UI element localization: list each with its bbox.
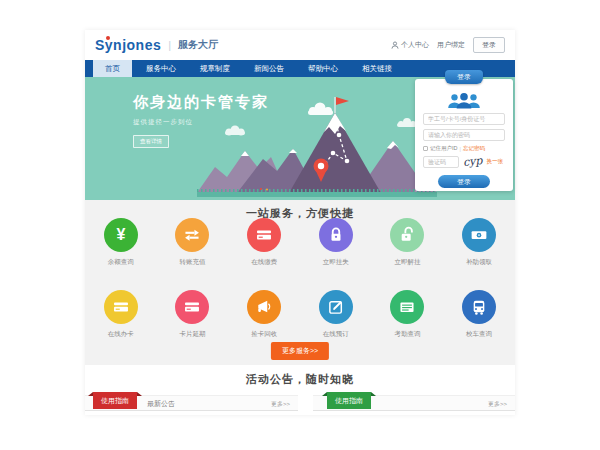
- more-services-button[interactable]: 更多服务>>: [271, 342, 329, 360]
- service-found-card-recycle[interactable]: 捡卡回收: [229, 290, 300, 339]
- service-card-extension[interactable]: 卡片延期: [157, 290, 228, 339]
- announcements-right-panel-header: 使用指南 更多>>: [313, 395, 515, 411]
- login-panel: 登录 记住用户ID | 忘记密码 cyp 换一张 登录: [415, 79, 513, 191]
- captcha-row: cyp 换一张: [423, 155, 505, 168]
- tab-usage-guide[interactable]: 使用指南: [93, 392, 137, 409]
- unlock-icon: [398, 226, 416, 244]
- site-content: Synjones | 服务大厅 个人中心 用户绑定 登录 首页 服务中心 规章制…: [85, 30, 515, 415]
- nav-item-help[interactable]: 帮助中心: [298, 60, 348, 77]
- service-school-bus-inquiry[interactable]: 校车查询: [444, 290, 515, 339]
- page: Synjones | 服务大厅 个人中心 用户绑定 登录 首页 服务中心 规章制…: [0, 0, 600, 450]
- remember-checkbox[interactable]: [423, 146, 428, 151]
- announcements-left-panel-header: 使用指南 最新公告 更多>>: [85, 395, 298, 411]
- nav-item-links[interactable]: 相关链接: [352, 60, 402, 77]
- logo[interactable]: Synjones: [95, 37, 161, 53]
- attendance-icon: [398, 298, 416, 316]
- yuan-icon: ¥: [116, 227, 125, 243]
- nav-item-home[interactable]: 首页: [93, 60, 132, 77]
- personal-center-link[interactable]: 个人中心: [391, 40, 429, 50]
- services-row-1: ¥ 余额查询 转账充值: [85, 218, 515, 267]
- services-row-2: 在线办卡 卡片延期: [85, 290, 515, 339]
- captcha-image[interactable]: cyp: [462, 154, 483, 169]
- captcha-input[interactable]: [423, 156, 459, 168]
- services-section: 一站服务，方便快捷 ¥ 余额查询 转账充值: [85, 200, 515, 365]
- nav-item-rules[interactable]: 规章制度: [190, 60, 240, 77]
- hero-title: 你身边的卡管专家: [133, 93, 269, 112]
- remember-label[interactable]: 记住用户ID: [430, 145, 458, 152]
- captcha-refresh-link[interactable]: 换一张: [486, 158, 503, 165]
- lock-icon: [327, 226, 345, 244]
- service-attendance-inquiry[interactable]: 考勤查询: [372, 290, 443, 339]
- username-input[interactable]: [423, 113, 505, 125]
- tab-usage-guide-green[interactable]: 使用指南: [327, 392, 371, 409]
- login-options-row: 记住用户ID | 忘记密码: [423, 145, 505, 152]
- service-subsidy-collection[interactable]: 补助领取: [444, 218, 515, 267]
- forgot-password-link[interactable]: 忘记密码: [463, 145, 485, 152]
- login-submit-button[interactable]: 登录: [438, 175, 490, 188]
- service-online-booking[interactable]: 在线预订: [300, 290, 371, 339]
- bank-card-icon: [183, 298, 201, 316]
- password-input[interactable]: [423, 129, 505, 141]
- hero-subtitle: 提供捷径一步到位: [133, 118, 269, 127]
- user-icon: [391, 41, 399, 49]
- nav-item-news[interactable]: 新闻公告: [244, 60, 294, 77]
- service-online-payment[interactable]: 在线缴费: [229, 218, 300, 267]
- announcements-title: 活动公告，随时知晓: [85, 372, 515, 387]
- user-binding-link[interactable]: 用户绑定: [437, 40, 465, 50]
- megaphone-icon: [255, 298, 273, 316]
- edit-icon: [327, 298, 345, 316]
- bank-card-icon: [255, 226, 273, 244]
- announcements-section: 活动公告，随时知晓 使用指南 最新公告 更多>> 使用指南 更多>>: [85, 365, 515, 415]
- logo-wrap: Synjones | 服务大厅: [95, 30, 218, 60]
- header: Synjones | 服务大厅 个人中心 用户绑定 登录: [85, 30, 515, 60]
- cloud-icon: [397, 118, 416, 127]
- header-right: 个人中心 用户绑定 登录: [391, 30, 505, 60]
- service-transfer-recharge[interactable]: 转账充值: [157, 218, 228, 267]
- cloud-icon: [308, 103, 333, 116]
- left-more-link[interactable]: 更多>>: [271, 396, 290, 412]
- site-name: 服务大厅: [178, 38, 218, 52]
- service-balance-inquiry[interactable]: ¥ 余额查询: [85, 218, 156, 267]
- transfer-icon: [183, 226, 201, 244]
- options-separator: |: [460, 146, 461, 152]
- logo-divider: |: [168, 39, 171, 51]
- login-tab[interactable]: 登录: [445, 70, 483, 84]
- right-more-link[interactable]: 更多>>: [488, 396, 507, 412]
- bus-icon: [470, 298, 488, 316]
- users-icon: [445, 92, 483, 109]
- tab-latest-announcements[interactable]: 最新公告: [147, 396, 175, 412]
- nav-item-service-center[interactable]: 服务中心: [136, 60, 186, 77]
- banknote-icon: [470, 226, 488, 244]
- bank-card-icon: [112, 298, 130, 316]
- header-login-button[interactable]: 登录: [473, 37, 505, 53]
- hero-cta-button[interactable]: 查看详情: [133, 135, 169, 148]
- flag-icon: [336, 97, 349, 105]
- service-online-card-apply[interactable]: 在线办卡: [85, 290, 156, 339]
- logo-red-dot-icon: [106, 36, 110, 40]
- service-cancel-loss[interactable]: 立即解挂: [372, 218, 443, 267]
- service-report-loss[interactable]: 立即挂失: [300, 218, 371, 267]
- hero-text: 你身边的卡管专家 提供捷径一步到位 查看详情: [133, 93, 269, 148]
